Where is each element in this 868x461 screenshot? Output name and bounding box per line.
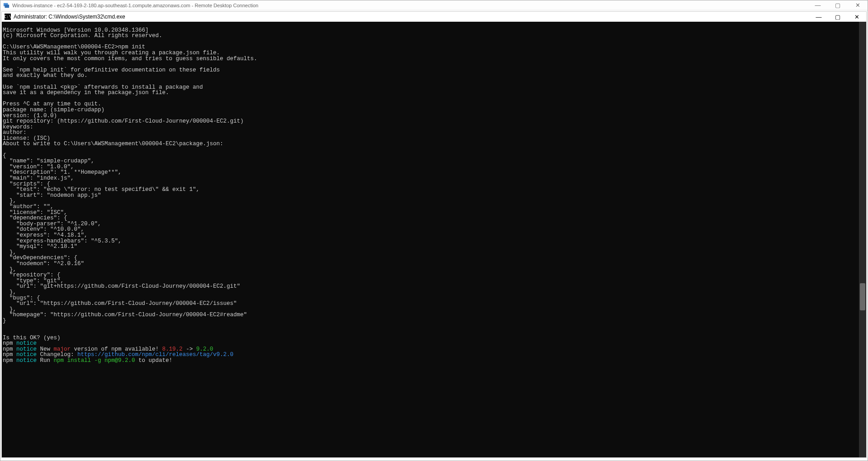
json-line: "url": "https://github.com/First-Cloud-J…	[3, 300, 237, 307]
maximize-button[interactable]: ▢	[828, 12, 847, 22]
terminal-line: (c) Microsoft Corporation. All rights re…	[3, 33, 162, 39]
terminal-line: It only covers the most common items, an…	[3, 56, 257, 62]
rdp-titlebar[interactable]: Windows-instance - ec2-54-169-2-180.ap-s…	[0, 0, 868, 10]
rdp-icon	[3, 2, 9, 9]
npm-question: git repository: (https://github.com/Firs…	[3, 118, 244, 124]
minimize-button[interactable]: —	[808, 0, 828, 10]
json-line: "start": "nodemon app.js"	[3, 192, 101, 199]
terminal-line: About to write to C:\Users\AWSManagement…	[3, 141, 223, 147]
npm-notice-line: npm notice Run npm install -g npm@9.2.0 …	[3, 357, 172, 364]
svg-rect-1	[5, 5, 9, 8]
json-line: }	[3, 318, 6, 324]
json-line: "url": "git+https://github.com/First-Clo…	[3, 283, 240, 290]
close-button[interactable]: ✕	[848, 0, 868, 10]
cmd-icon: C:\	[5, 14, 11, 20]
cmd-window-controls: — ▢ ✕	[809, 12, 866, 22]
maximize-button[interactable]: ▢	[828, 0, 848, 10]
close-button[interactable]: ✕	[847, 12, 866, 22]
rdp-window-controls: — ▢ ✕	[808, 0, 868, 10]
rdp-window: Windows-instance - ec2-54-169-2-180.ap-s…	[0, 0, 868, 461]
cmd-window: C:\ Administrator: C:\Windows\System32\c…	[1, 11, 867, 458]
json-line: "homepage": "https://github.com/First-Cl…	[3, 312, 247, 318]
terminal-scrollbar[interactable]	[859, 22, 866, 457]
rdp-title: Windows-instance - ec2-54-169-2-180.ap-s…	[12, 3, 808, 8]
scrollbar-thumb[interactable]	[860, 283, 865, 310]
terminal-line: and exactly what they do.	[3, 72, 88, 79]
terminal-line: save it as a dependency in the package.j…	[3, 90, 169, 96]
cmd-title: Administrator: C:\Windows\System32\cmd.e…	[14, 14, 809, 20]
minimize-button[interactable]: —	[809, 12, 828, 22]
terminal-output[interactable]: Microsoft Windows [Version 10.0.20348.13…	[2, 22, 866, 457]
cmd-titlebar[interactable]: C:\ Administrator: C:\Windows\System32\c…	[2, 12, 866, 22]
